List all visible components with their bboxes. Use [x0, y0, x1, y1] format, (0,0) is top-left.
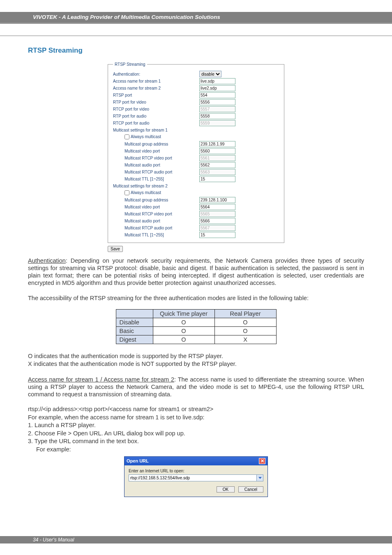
rtp-audio-input[interactable] — [199, 113, 235, 119]
auth-table-col2: Real Player — [214, 309, 276, 318]
legend-o: O indicates that the authentication mode… — [28, 352, 364, 361]
para-auth-rest: : Depending on your network security req… — [28, 257, 364, 286]
rtsp-port-input[interactable] — [199, 92, 235, 98]
rtp-video-label: RTP port for video — [113, 100, 199, 104]
always-mc2-checkbox[interactable] — [125, 190, 129, 195]
para-accessibility: The accessibility of the RTSP streaming … — [28, 294, 364, 302]
table-cell: O — [153, 326, 214, 335]
step-2: 2. Choose File > Open URL. An URL dialog… — [28, 430, 364, 438]
para-access-lead: Access name for stream 1 / Access name f… — [28, 376, 174, 383]
mc1-video-label: Multicast video port — [113, 149, 199, 153]
step-3b: For example: — [28, 446, 364, 454]
dialog-titlebar: Open URL ✕ — [125, 457, 267, 465]
mc1-audio-input[interactable] — [199, 162, 235, 168]
page-header: VIVOTEK - A Leading Provider of Multimed… — [0, 0, 392, 24]
table-cell: O — [214, 318, 276, 326]
para-auth-lead: Authentication — [28, 257, 66, 264]
access2-input[interactable] — [199, 85, 235, 91]
url-syntax: rtsp://<ip address>:<rtsp port>/<access … — [28, 405, 364, 414]
config-screenshot: RTSP Streaming Authentication: disable A… — [28, 62, 364, 252]
close-icon[interactable]: ✕ — [259, 458, 265, 464]
mc1-rtcp-video-input[interactable] — [199, 155, 235, 161]
header-brand: VIVOTEK - A Leading Provider of Multimed… — [0, 12, 392, 23]
cancel-button[interactable]: Cancel — [238, 486, 263, 493]
auth-label: Authentication: — [113, 72, 199, 76]
dialog-prompt: Enter an Internet URL to open: — [129, 469, 263, 473]
mc2-group-label: Multicast group address — [113, 198, 199, 202]
mc1-group-label: Multicast group address — [113, 142, 199, 146]
always-mc2-label: Always multicast — [131, 190, 161, 195]
example-intro: For example, when the access name for st… — [28, 414, 364, 422]
section-title: RTSP Streaming — [28, 46, 364, 55]
legend-x: X indicates that the authentication mode… — [28, 360, 364, 368]
access1-input[interactable] — [199, 78, 235, 84]
open-url-dialog-wrap: Open URL ✕ Enter an Internet URL to open… — [28, 456, 364, 497]
mc1-ttl-input[interactable] — [199, 176, 235, 182]
mc1-rtcp-audio-label: Multicast RTCP audio port — [113, 170, 199, 174]
table-row: Basic O O — [116, 326, 276, 335]
row-header: Digest — [116, 335, 153, 344]
url-input[interactable] — [129, 474, 257, 481]
access1-label: Access name for stream 1 — [113, 79, 199, 83]
always-mc1-row: Always multicast — [113, 134, 199, 139]
mc1-audio-label: Multicast audio port — [113, 163, 199, 167]
mc2-audio-label: Multicast audio port — [113, 219, 199, 223]
auth-table: Quick Time player Real Player Disable O … — [116, 309, 277, 344]
row-header: Basic — [116, 326, 153, 335]
mc2-audio-input[interactable] — [199, 218, 235, 224]
rtp-audio-label: RTP port for audio — [113, 114, 199, 118]
table-cell: O — [214, 326, 276, 335]
mc1-rtcp-audio-input[interactable] — [199, 169, 235, 175]
step-3: 3. Type the URL command in the text box. — [28, 437, 364, 446]
mc1-ttl-label: Multicast TTL [1~255] — [113, 177, 199, 181]
para-access-name: Access name for stream 1 / Access name f… — [28, 376, 364, 398]
open-url-dialog: Open URL ✕ Enter an Internet URL to open… — [124, 456, 268, 497]
mc2-rtcp-video-label: Multicast RTCP video port — [113, 212, 199, 216]
table-row: Disable O O — [116, 318, 276, 326]
mc2-video-input[interactable] — [199, 204, 235, 210]
table-cell: X — [214, 335, 276, 344]
rtsp-port-label: RTSP port — [113, 93, 199, 97]
rtcp-video-label: RTCP port for video — [113, 107, 199, 111]
mc2-rtcp-video-input[interactable] — [199, 211, 235, 217]
always-mc2-row: Always multicast — [113, 190, 199, 195]
ok-button[interactable]: OK — [217, 486, 235, 493]
dialog-title: Open URL — [127, 458, 149, 463]
auth-select[interactable]: disable — [199, 71, 221, 77]
mc2-ttl-label: Multicast TTL [1~255] — [113, 233, 199, 237]
rtsp-fieldset: RTSP Streaming Authentication: disable A… — [108, 62, 284, 243]
mc2-ttl-input[interactable] — [199, 232, 235, 238]
legend-lines: O indicates that the authentication mode… — [28, 352, 364, 368]
step-1: 1. Launch a RTSP player. — [28, 421, 364, 430]
mc2-header: Multicast settings for stream 2 — [113, 184, 199, 188]
rtcp-audio-label: RTCP port for audio — [113, 121, 199, 125]
rtp-video-input[interactable] — [199, 99, 235, 105]
rtcp-audio-input[interactable] — [199, 120, 235, 126]
always-mc1-checkbox[interactable] — [125, 134, 129, 139]
auth-table-col1: Quick Time player — [153, 309, 214, 318]
always-mc1-label: Always multicast — [131, 134, 161, 139]
mc2-group-input[interactable] — [199, 197, 235, 203]
svg-marker-0 — [258, 477, 262, 479]
mc2-rtcp-audio-label: Multicast RTCP audio port — [113, 226, 199, 230]
auth-table-corner — [116, 309, 153, 318]
mc2-rtcp-audio-input[interactable] — [199, 225, 235, 231]
chevron-down-icon — [258, 477, 262, 479]
dropdown-button[interactable] — [257, 474, 263, 481]
fieldset-legend: RTSP Streaming — [113, 62, 147, 67]
mc1-rtcp-video-label: Multicast RTCP video port — [113, 156, 199, 160]
mc1-header: Multicast settings for stream 1 — [113, 128, 199, 132]
mc1-group-input[interactable] — [199, 141, 235, 147]
table-row: Digest O X — [116, 335, 276, 344]
para-authentication: Authentication: Depending on your networ… — [28, 257, 364, 287]
table-cell: O — [153, 335, 214, 344]
example-block: rtsp://<ip address>:<rtsp port>/<access … — [28, 405, 364, 453]
table-cell: O — [153, 318, 214, 326]
page-footer: 34 - User's Manual — [0, 536, 392, 543]
rtcp-video-input[interactable] — [199, 106, 235, 112]
save-button[interactable]: Save — [108, 246, 123, 252]
mc1-video-input[interactable] — [199, 148, 235, 154]
mc2-video-label: Multicast video port — [113, 205, 199, 209]
row-header: Disable — [116, 318, 153, 326]
access2-label: Access name for stream 2 — [113, 86, 199, 90]
